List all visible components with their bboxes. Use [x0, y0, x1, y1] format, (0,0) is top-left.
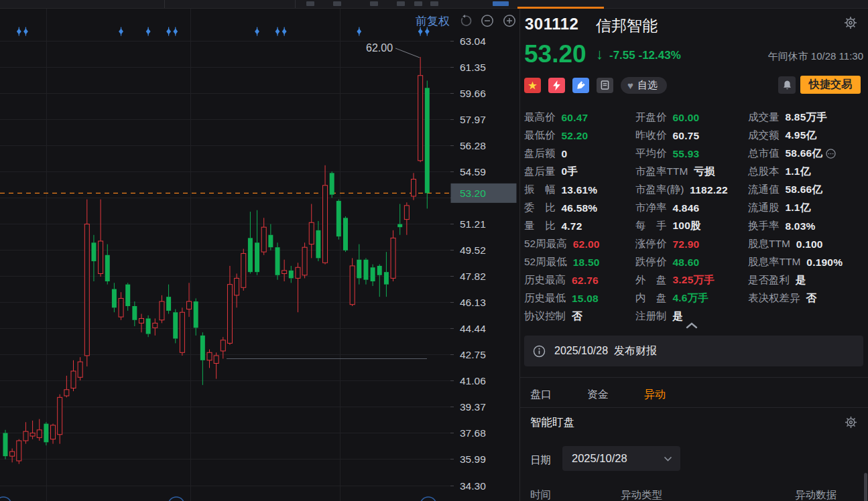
candle[interactable]	[330, 173, 334, 194]
candle[interactable]	[268, 235, 273, 247]
price-change: -7.55 -12.43%	[609, 49, 681, 62]
candle[interactable]	[371, 267, 375, 281]
quote-panel: 301112 信邦智能 53.20 ↓ -7.55 -12.43% 午间休市 1…	[519, 0, 868, 501]
candle[interactable]	[17, 441, 21, 461]
candle[interactable]	[3, 433, 8, 456]
panel-settings-gear-icon[interactable]	[844, 16, 857, 29]
candle[interactable]	[207, 352, 212, 360]
toolbar-icon[interactable]	[430, 1, 438, 6]
candle[interactable]	[404, 206, 409, 220]
zoom-out-icon[interactable]	[481, 14, 494, 27]
candle[interactable]	[30, 433, 35, 436]
candle[interactable]	[221, 340, 225, 351]
candle[interactable]	[187, 301, 192, 309]
candle[interactable]	[248, 238, 253, 272]
candle[interactable]	[302, 247, 307, 275]
candle[interactable]	[282, 271, 287, 274]
candle[interactable]	[357, 260, 361, 279]
candle[interactable]	[180, 312, 184, 352]
stat-cell: 成交额4.95亿	[748, 129, 865, 143]
candle[interactable]	[296, 267, 300, 278]
candle[interactable]	[343, 218, 348, 250]
toolbar-icon[interactable]	[397, 1, 405, 6]
toolbar-separator	[295, 0, 296, 8]
candle[interactable]	[391, 238, 395, 278]
chevron-down-icon	[664, 456, 672, 461]
candle[interactable]	[377, 266, 382, 275]
candle[interactable]	[71, 371, 76, 388]
candle[interactable]	[397, 224, 402, 228]
candle[interactable]	[153, 323, 158, 328]
quick-trade-button[interactable]: 快捷交易	[800, 76, 861, 94]
candle[interactable]	[412, 180, 416, 196]
candle[interactable]	[235, 278, 239, 295]
candle[interactable]	[323, 186, 328, 263]
candle[interactable]	[99, 241, 103, 274]
candle[interactable]	[119, 298, 123, 317]
candle[interactable]	[173, 312, 178, 338]
candle[interactable]	[64, 390, 69, 396]
toolbar-icon[interactable]	[306, 1, 314, 6]
toolbar-icon[interactable]	[414, 1, 422, 6]
adjust-mode-button[interactable]: 前复权	[416, 13, 450, 29]
candle[interactable]	[58, 397, 62, 434]
candle[interactable]	[78, 362, 82, 377]
candle[interactable]	[146, 318, 151, 334]
candle[interactable]	[363, 260, 368, 280]
toolbar-icon[interactable]	[370, 1, 378, 6]
candle[interactable]	[132, 306, 137, 320]
candle[interactable]	[384, 272, 389, 284]
candle[interactable]	[44, 424, 48, 443]
toolbar-icon[interactable]	[333, 1, 341, 6]
candle[interactable]	[261, 227, 266, 252]
candle[interactable]	[105, 255, 110, 281]
candle[interactable]	[418, 76, 423, 161]
candle[interactable]	[241, 253, 246, 287]
candle[interactable]	[37, 430, 42, 438]
monitor-settings-gear-icon[interactable]	[845, 416, 857, 429]
candle[interactable]	[125, 285, 130, 306]
tab-异动[interactable]: 异动	[638, 388, 695, 402]
stat-cell: 开盘价60.00	[635, 111, 748, 125]
stats-row: 振 幅13.61%市盈率(静)1182.22流通值58.66亿	[524, 181, 865, 199]
announcement-bar[interactable]: 2025/10/28 发布财报	[524, 336, 863, 366]
candle[interactable]	[200, 336, 205, 360]
collapse-stats-chevron-up-icon[interactable]	[686, 322, 698, 329]
more-info-icon[interactable]	[826, 149, 836, 159]
candle[interactable]	[289, 271, 294, 279]
alert-bell-button[interactable]	[778, 76, 796, 94]
candle[interactable]	[309, 222, 314, 244]
stat-cell: 市盈率TTM亏损	[635, 165, 748, 179]
candle[interactable]	[316, 230, 320, 259]
stat-label: 市盈率(静)	[635, 183, 684, 197]
candle[interactable]	[160, 301, 164, 320]
candle[interactable]	[194, 301, 198, 328]
undo-icon[interactable]	[458, 14, 472, 27]
stat-cell: 昨收价60.75	[635, 129, 748, 143]
stats-row: 最高价60.47开盘价60.00成交量8.85万手	[524, 109, 865, 127]
candle[interactable]	[227, 285, 232, 344]
candle[interactable]	[10, 451, 15, 456]
date-dropdown[interactable]: 2025/10/28	[562, 446, 680, 471]
stat-value: 15.08	[572, 293, 599, 305]
zoom-in-icon[interactable]	[503, 14, 516, 27]
scrollbar-thumb[interactable]	[864, 473, 867, 501]
toolbar-blue-icon[interactable]	[493, 1, 509, 6]
candle[interactable]	[23, 431, 28, 441]
candle[interactable]	[84, 224, 89, 356]
tab-盘口[interactable]: 盘口	[524, 388, 581, 402]
candle[interactable]	[112, 289, 117, 308]
candlestick-chart[interactable]: 62.0063.0461.3559.6657.9756.2854.5951.21…	[0, 0, 519, 501]
candle[interactable]	[255, 242, 259, 272]
candle[interactable]	[336, 201, 341, 236]
candle[interactable]	[91, 242, 96, 261]
candle[interactable]	[425, 88, 430, 193]
candle[interactable]	[51, 425, 56, 439]
candle[interactable]	[139, 318, 144, 323]
candle[interactable]	[275, 247, 280, 275]
candle[interactable]	[350, 266, 355, 305]
watchlist-button[interactable]: ♥ 自选	[621, 77, 667, 94]
tab-资金[interactable]: 资金	[581, 388, 638, 402]
candle[interactable]	[214, 356, 219, 364]
candle[interactable]	[166, 297, 171, 311]
